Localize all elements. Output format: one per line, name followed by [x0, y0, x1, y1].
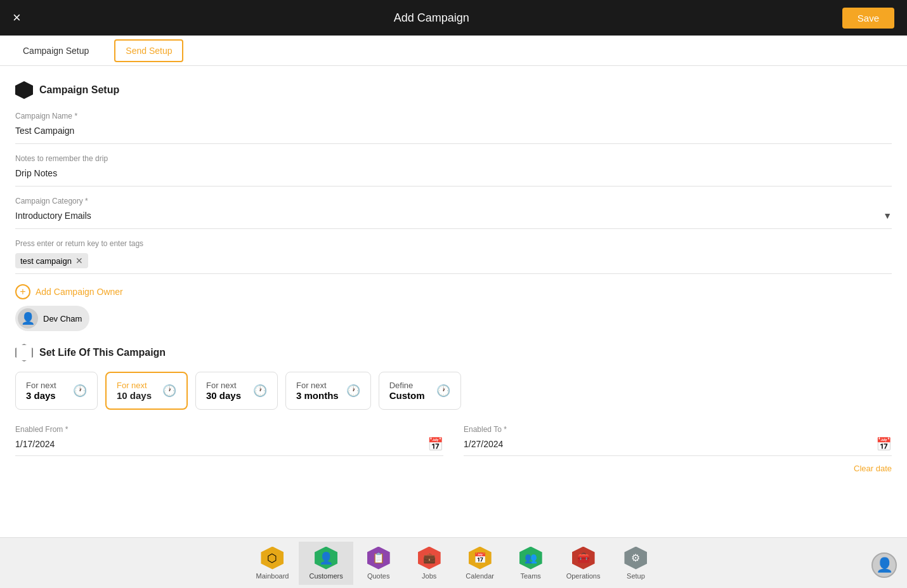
tab-bar: Campaign Setup Send Setup	[0, 36, 907, 66]
nav-teams-label: Teams	[520, 572, 540, 580]
tab-send-setup[interactable]: Send Setup	[114, 39, 183, 62]
campaign-name-field: Campaign Name * Test Campaign	[15, 112, 892, 144]
category-select-row[interactable]: Introductory Emails ▼	[15, 208, 892, 223]
clock-icon-30days: 🕐	[253, 384, 267, 398]
tags-container: test campaign ✕	[15, 253, 892, 274]
nav-operations[interactable]: 🧰 Operations	[556, 542, 611, 585]
life-icon	[15, 344, 33, 362]
enabled-from-row: 1/17/2024 📅	[15, 436, 443, 456]
bottom-navigation: ⬡ Mainboard 👤 Customers 📋 Quotes 💼 Jobs …	[0, 537, 907, 588]
nav-setup[interactable]: ⚙ Setup	[610, 542, 661, 585]
nav-calendar-label: Calendar	[466, 572, 494, 580]
save-button[interactable]: Save	[842, 8, 894, 29]
nav-mainboard-label: Mainboard	[256, 572, 289, 580]
tags-label: Press enter or return key to enter tags	[15, 239, 892, 248]
clock-icon-3months: 🕐	[346, 384, 360, 398]
enabled-to-group: Enabled To * 1/27/2024 📅	[464, 425, 892, 456]
nav-jobs[interactable]: 💼 Jobs	[404, 542, 455, 585]
duration-10days[interactable]: For next 10 days 🕐	[105, 372, 188, 410]
duration-3months[interactable]: For next 3 months 🕐	[285, 372, 371, 410]
nav-quotes-label: Quotes	[367, 572, 389, 580]
enabled-from-label: Enabled From *	[15, 425, 443, 434]
duration-3days[interactable]: For next 3 days 🕐	[15, 372, 98, 410]
notes-field: Notes to remember the drip Drip Notes	[15, 154, 892, 186]
nav-jobs-label: Jobs	[422, 572, 436, 580]
nav-operations-label: Operations	[566, 572, 601, 580]
nav-setup-label: Setup	[627, 572, 645, 580]
owner-avatar: 👤	[18, 308, 38, 329]
life-section-header: Set Life Of This Campaign	[15, 344, 892, 362]
teams-icon: 👥	[519, 547, 542, 570]
nav-calendar[interactable]: 📅 Calendar	[455, 542, 506, 585]
owner-chip: 👤 Dev Cham	[15, 306, 89, 331]
add-campaign-owner-button[interactable]: + Add Campaign Owner	[15, 284, 123, 299]
nav-customers-label: Customers	[309, 572, 343, 580]
duration-3days-line2: 3 days	[26, 390, 56, 401]
date-fields-row: Enabled From * 1/17/2024 📅 Enabled To * …	[15, 425, 892, 456]
close-button[interactable]: ×	[13, 10, 21, 26]
enabled-from-calendar-icon[interactable]: 📅	[427, 436, 443, 452]
tab-campaign-setup[interactable]: Campaign Setup	[13, 41, 99, 61]
enabled-to-row: 1/27/2024 📅	[464, 436, 892, 456]
tag-remove-button[interactable]: ✕	[75, 256, 83, 266]
enabled-to-value[interactable]: 1/27/2024	[464, 439, 503, 449]
clock-icon-selected: 🕐	[162, 384, 176, 398]
duration-3days-line1: For next	[26, 381, 56, 390]
main-content: Campaign Setup Campaign Name * Test Camp…	[0, 66, 907, 537]
enabled-to-calendar-icon[interactable]: 📅	[876, 436, 892, 452]
operations-icon: 🧰	[572, 547, 595, 570]
notes-label: Notes to remember the drip	[15, 154, 892, 163]
tags-section: Press enter or return key to enter tags …	[15, 239, 892, 274]
nav-mainboard[interactable]: ⬡ Mainboard	[246, 542, 299, 585]
campaign-setup-title: Campaign Setup	[39, 84, 119, 96]
mainboard-icon: ⬡	[261, 547, 284, 570]
duration-10days-line2: 10 days	[117, 390, 152, 401]
nav-teams[interactable]: 👥 Teams	[506, 542, 556, 585]
user-avatar-bottom[interactable]: 👤	[871, 552, 897, 578]
duration-options: For next 3 days 🕐 For next 10 days 🕐 For…	[15, 372, 892, 410]
duration-3months-line2: 3 months	[296, 390, 339, 401]
setup-icon: ⚙	[624, 547, 647, 570]
tag-text: test campaign	[20, 256, 72, 266]
duration-custom[interactable]: Define Custom 🕐	[379, 372, 461, 410]
clock-icon-custom: 🕐	[436, 384, 450, 398]
duration-custom-line1: Define	[389, 381, 425, 390]
page-title: Add Campaign	[394, 11, 469, 25]
quotes-icon: 📋	[367, 547, 390, 570]
enabled-from-value[interactable]: 1/17/2024	[15, 439, 55, 449]
nav-customers[interactable]: 👤 Customers	[299, 542, 353, 585]
campaign-name-value[interactable]: Test Campaign	[15, 123, 892, 138]
notes-value[interactable]: Drip Notes	[15, 166, 892, 181]
duration-10days-line1: For next	[117, 381, 152, 390]
owner-name: Dev Cham	[43, 314, 82, 323]
jobs-icon: 💼	[418, 547, 441, 570]
tag-item: test campaign ✕	[15, 253, 88, 268]
duration-30days[interactable]: For next 30 days 🕐	[195, 372, 278, 410]
campaign-name-label: Campaign Name *	[15, 112, 892, 121]
customers-icon: 👤	[315, 547, 337, 570]
category-label: Campaign Category *	[15, 197, 892, 206]
calendar-icon: 📅	[469, 547, 492, 570]
add-owner-label: Add Campaign Owner	[36, 287, 123, 297]
app-header: × Add Campaign Save	[0, 0, 907, 36]
enabled-from-group: Enabled From * 1/17/2024 📅	[15, 425, 443, 456]
enabled-to-label: Enabled To *	[464, 425, 892, 434]
duration-custom-line2: Custom	[389, 390, 425, 401]
duration-30days-line1: For next	[206, 381, 241, 390]
category-field: Campaign Category * Introductory Emails …	[15, 197, 892, 229]
clear-date-button[interactable]: Clear date	[15, 464, 892, 473]
life-section-title: Set Life Of This Campaign	[39, 347, 166, 358]
duration-30days-line2: 30 days	[206, 390, 241, 401]
dropdown-arrow-icon: ▼	[883, 211, 892, 221]
category-value: Introductory Emails	[15, 208, 91, 223]
add-owner-icon: +	[15, 284, 30, 299]
campaign-setup-icon	[15, 81, 33, 99]
duration-3months-line1: For next	[296, 381, 339, 390]
nav-quotes[interactable]: 📋 Quotes	[353, 542, 404, 585]
campaign-setup-section-header: Campaign Setup	[15, 81, 892, 99]
clock-icon: 🕐	[73, 384, 87, 398]
